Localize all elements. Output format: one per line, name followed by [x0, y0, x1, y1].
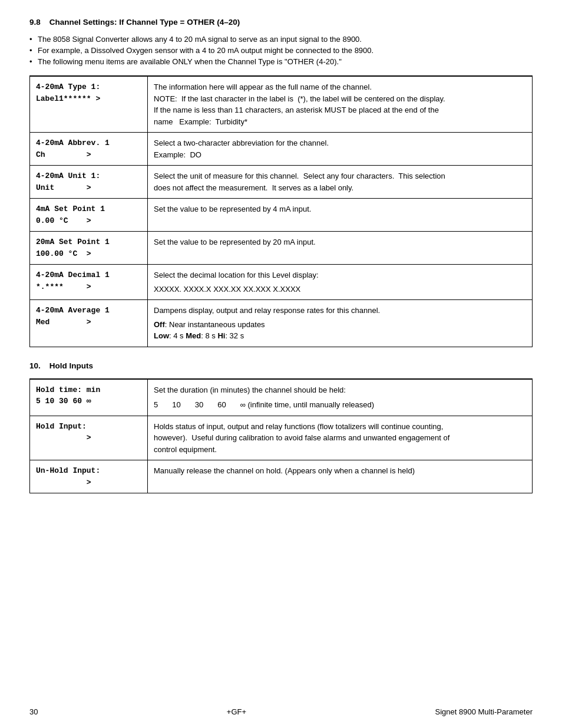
bullet-item: The 8058 Signal Converter allows any 4 t…	[29, 35, 533, 44]
main-table: 4-20mA Type 1: Label1****** >The informa…	[29, 75, 533, 347]
hold-table: Hold time: min 5 10 30 60 ∞Set the durat…	[29, 378, 533, 494]
lcd-display: 4mA Set Point 1 0.00 °C >	[30, 199, 148, 232]
description-cell: Select a two-character abbreviation for …	[148, 133, 533, 166]
section-title: Channel Settings: If Channel Type = OTHE…	[49, 18, 240, 27]
table-row: 4-20mA Type 1: Label1****** >The informa…	[30, 76, 533, 133]
bullet-item: The following menu items are available O…	[29, 57, 533, 66]
table-row: 4-20mA Unit 1: Unit >Select the unit of …	[30, 166, 533, 199]
table-row: 4-20mA Average 1 Med >Dampens display, o…	[30, 300, 533, 347]
lcd-display: 20mA Set Point 1 100.00 °C >	[30, 232, 148, 265]
hold-description-cell: Set the duration (in minutes) the channe…	[148, 379, 533, 416]
table-row: 4-20mA Abbrev. 1 Ch >Select a two-charac…	[30, 133, 533, 166]
description-cell: Select the unit of measure for this chan…	[148, 166, 533, 199]
lcd-display: 4-20mA Type 1: Label1****** >	[30, 76, 148, 133]
hold-table-row: Un-Hold Input: >Manually release the cha…	[30, 460, 533, 493]
bullet-item: For example, a Dissolved Oxygen sensor w…	[29, 46, 533, 55]
lcd-display: 4-20mA Unit 1: Unit >	[30, 166, 148, 199]
off-label: Off	[154, 320, 165, 329]
table-row: 4-20mA Decimal 1 *.**** >Select the deci…	[30, 265, 533, 300]
hold-time-value: 60	[217, 400, 226, 409]
med-label: Med	[186, 331, 201, 340]
hold-description-cell: Holds status of input, output and relay …	[148, 416, 533, 460]
lcd-display: 4-20mA Average 1 Med >	[30, 300, 148, 347]
lcd-display: 4-20mA Decimal 1 *.**** >	[30, 265, 148, 300]
hold-heading-text: Hold Inputs	[49, 361, 93, 370]
hold-lcd-display: Hold time: min 5 10 30 60 ∞	[30, 379, 148, 416]
hold-table-row: Hold time: min 5 10 30 60 ∞Set the durat…	[30, 379, 533, 416]
description-cell: Dampens display, output and relay respon…	[148, 300, 533, 347]
hold-time-value: 30	[195, 400, 203, 409]
hold-lcd-display: Hold Input: >	[30, 416, 148, 460]
hold-description-cell: Manually release the channel on hold. (A…	[148, 460, 533, 493]
hold-section-heading: 10. Hold Inputs	[29, 361, 533, 370]
section-heading: 9.8 Channel Settings: If Channel Type = …	[29, 18, 533, 27]
hold-lcd-display: Un-Hold Input: >	[30, 460, 148, 493]
lcd-display: 4-20mA Abbrev. 1 Ch >	[30, 133, 148, 166]
description-cell: The information here will appear as the …	[148, 76, 533, 133]
hold-table-row: Hold Input: >Holds status of input, outp…	[30, 416, 533, 460]
page-number: 30	[29, 707, 38, 716]
bullet-list: The 8058 Signal Converter allows any 4 t…	[29, 35, 533, 66]
hold-time-value: 5	[154, 400, 158, 409]
table-row: 4mA Set Point 1 0.00 °C >Set the value t…	[30, 199, 533, 232]
low-label: Low	[154, 331, 169, 340]
description-cell: Set the value to be represented by 20 mA…	[148, 232, 533, 265]
table-row: 20mA Set Point 1 100.00 °C >Set the valu…	[30, 232, 533, 265]
hold-time-value: 10	[172, 400, 180, 409]
footer: 30 +GF+ Signet 8900 Multi-Parameter	[29, 696, 533, 716]
section-number: 9.8	[29, 18, 41, 27]
hold-time-inf: ∞ (infinite time, until manually release…	[240, 400, 374, 409]
brand: +GF+	[227, 707, 246, 716]
hold-heading-number: 10.	[29, 361, 41, 370]
description-cell: Select the decimal location for this Lev…	[148, 265, 533, 300]
product: Signet 8900 Multi-Parameter	[435, 707, 533, 716]
hi-label: Hi	[217, 331, 225, 340]
description-cell: Set the value to be represented by 4 mA …	[148, 199, 533, 232]
